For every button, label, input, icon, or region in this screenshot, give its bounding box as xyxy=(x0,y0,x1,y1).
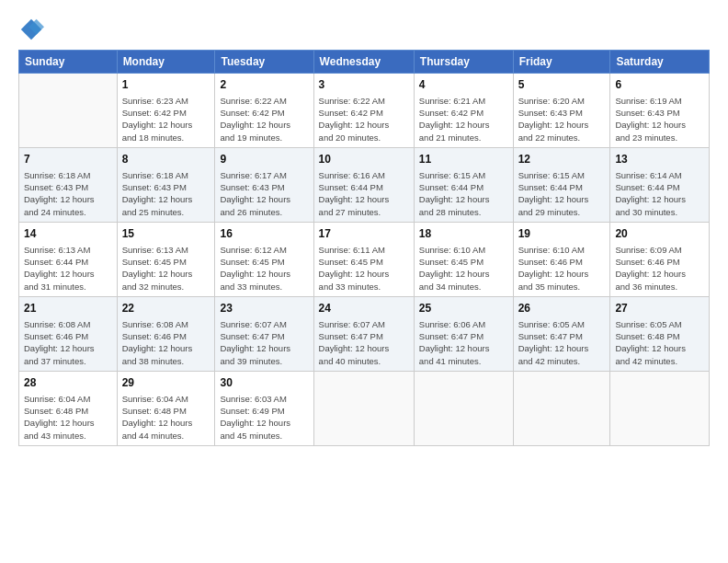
day-number: 28 xyxy=(24,375,112,391)
calendar-cell xyxy=(19,74,118,148)
day-number: 13 xyxy=(615,152,704,167)
day-info: Sunrise: 6:07 AM Sunset: 6:47 PM Dayligh… xyxy=(319,318,409,367)
day-number: 4 xyxy=(419,77,508,93)
day-number: 16 xyxy=(220,226,308,242)
day-number: 1 xyxy=(122,77,210,93)
calendar-cell: 1Sunrise: 6:23 AM Sunset: 6:42 PM Daylig… xyxy=(117,74,215,148)
day-info: Sunrise: 6:11 AM Sunset: 6:45 PM Dayligh… xyxy=(319,244,409,293)
day-number: 17 xyxy=(319,226,409,242)
calendar-table: SundayMondayTuesdayWednesdayThursdayFrid… xyxy=(18,50,710,446)
day-number: 3 xyxy=(319,77,409,93)
day-number: 9 xyxy=(220,152,308,167)
week-row-5: 28Sunrise: 6:04 AM Sunset: 6:48 PM Dayli… xyxy=(19,371,710,445)
day-info: Sunrise: 6:17 AM Sunset: 6:43 PM Dayligh… xyxy=(220,169,308,218)
calendar-cell: 18Sunrise: 6:10 AM Sunset: 6:45 PM Dayli… xyxy=(414,222,513,296)
day-number: 2 xyxy=(220,77,308,93)
day-info: Sunrise: 6:18 AM Sunset: 6:43 PM Dayligh… xyxy=(24,169,112,218)
day-number: 5 xyxy=(518,77,606,93)
calendar-cell xyxy=(313,371,414,445)
day-number: 14 xyxy=(24,226,112,242)
day-number: 26 xyxy=(518,301,606,316)
day-number: 11 xyxy=(419,152,508,167)
calendar-cell: 13Sunrise: 6:14 AM Sunset: 6:44 PM Dayli… xyxy=(610,147,710,222)
day-info: Sunrise: 6:23 AM Sunset: 6:42 PM Dayligh… xyxy=(122,95,210,144)
calendar-cell: 29Sunrise: 6:04 AM Sunset: 6:48 PM Dayli… xyxy=(117,371,215,445)
day-number: 19 xyxy=(518,226,606,242)
day-info: Sunrise: 6:13 AM Sunset: 6:45 PM Dayligh… xyxy=(122,244,210,293)
weekday-wednesday: Wednesday xyxy=(313,51,414,74)
calendar-cell xyxy=(414,371,513,445)
day-number: 30 xyxy=(220,375,308,391)
day-number: 7 xyxy=(24,152,112,167)
day-number: 18 xyxy=(419,226,508,242)
day-info: Sunrise: 6:05 AM Sunset: 6:47 PM Dayligh… xyxy=(518,318,606,367)
calendar-body: 1Sunrise: 6:23 AM Sunset: 6:42 PM Daylig… xyxy=(19,74,710,446)
day-number: 15 xyxy=(122,226,210,242)
week-row-3: 14Sunrise: 6:13 AM Sunset: 6:44 PM Dayli… xyxy=(19,222,710,296)
day-info: Sunrise: 6:12 AM Sunset: 6:45 PM Dayligh… xyxy=(220,244,308,293)
calendar-cell: 16Sunrise: 6:12 AM Sunset: 6:45 PM Dayli… xyxy=(215,222,313,296)
weekday-sunday: Sunday xyxy=(19,51,118,74)
logo-icon xyxy=(18,17,44,42)
day-info: Sunrise: 6:18 AM Sunset: 6:43 PM Dayligh… xyxy=(122,169,210,218)
day-number: 24 xyxy=(319,301,409,316)
day-number: 25 xyxy=(419,301,508,316)
logo xyxy=(18,17,48,42)
calendar-cell xyxy=(610,371,710,445)
weekday-monday: Monday xyxy=(117,51,215,74)
day-info: Sunrise: 6:15 AM Sunset: 6:44 PM Dayligh… xyxy=(518,169,606,218)
day-number: 20 xyxy=(615,226,704,242)
calendar-cell: 9Sunrise: 6:17 AM Sunset: 6:43 PM Daylig… xyxy=(215,147,313,222)
day-info: Sunrise: 6:21 AM Sunset: 6:42 PM Dayligh… xyxy=(419,95,508,144)
day-info: Sunrise: 6:07 AM Sunset: 6:47 PM Dayligh… xyxy=(220,318,308,367)
day-info: Sunrise: 6:05 AM Sunset: 6:48 PM Dayligh… xyxy=(615,318,704,367)
weekday-tuesday: Tuesday xyxy=(215,51,313,74)
header xyxy=(18,17,710,42)
calendar-cell: 5Sunrise: 6:20 AM Sunset: 6:43 PM Daylig… xyxy=(513,74,610,148)
calendar-cell xyxy=(513,371,610,445)
day-info: Sunrise: 6:03 AM Sunset: 6:49 PM Dayligh… xyxy=(220,393,308,442)
calendar-cell: 11Sunrise: 6:15 AM Sunset: 6:44 PM Dayli… xyxy=(414,147,513,222)
day-info: Sunrise: 6:08 AM Sunset: 6:46 PM Dayligh… xyxy=(24,318,112,367)
calendar-header: SundayMondayTuesdayWednesdayThursdayFrid… xyxy=(19,51,710,74)
calendar-cell: 25Sunrise: 6:06 AM Sunset: 6:47 PM Dayli… xyxy=(414,296,513,371)
weekday-friday: Friday xyxy=(513,51,610,74)
calendar-cell: 19Sunrise: 6:10 AM Sunset: 6:46 PM Dayli… xyxy=(513,222,610,296)
day-number: 29 xyxy=(122,375,210,391)
day-info: Sunrise: 6:10 AM Sunset: 6:46 PM Dayligh… xyxy=(518,244,606,293)
calendar-cell: 30Sunrise: 6:03 AM Sunset: 6:49 PM Dayli… xyxy=(215,371,313,445)
day-info: Sunrise: 6:08 AM Sunset: 6:46 PM Dayligh… xyxy=(122,318,210,367)
day-number: 22 xyxy=(122,301,210,316)
calendar-cell: 15Sunrise: 6:13 AM Sunset: 6:45 PM Dayli… xyxy=(117,222,215,296)
day-number: 23 xyxy=(220,301,308,316)
day-number: 10 xyxy=(319,152,409,167)
day-info: Sunrise: 6:19 AM Sunset: 6:43 PM Dayligh… xyxy=(615,95,704,144)
calendar-cell: 17Sunrise: 6:11 AM Sunset: 6:45 PM Dayli… xyxy=(313,222,414,296)
week-row-1: 1Sunrise: 6:23 AM Sunset: 6:42 PM Daylig… xyxy=(19,74,710,148)
calendar-cell: 26Sunrise: 6:05 AM Sunset: 6:47 PM Dayli… xyxy=(513,296,610,371)
calendar-cell: 10Sunrise: 6:16 AM Sunset: 6:44 PM Dayli… xyxy=(313,147,414,222)
day-number: 8 xyxy=(122,152,210,167)
weekday-saturday: Saturday xyxy=(610,51,710,74)
calendar-cell: 7Sunrise: 6:18 AM Sunset: 6:43 PM Daylig… xyxy=(19,147,118,222)
day-number: 12 xyxy=(518,152,606,167)
calendar-cell: 28Sunrise: 6:04 AM Sunset: 6:48 PM Dayli… xyxy=(19,371,118,445)
calendar-cell: 8Sunrise: 6:18 AM Sunset: 6:43 PM Daylig… xyxy=(117,147,215,222)
calendar-cell: 2Sunrise: 6:22 AM Sunset: 6:42 PM Daylig… xyxy=(215,74,313,148)
calendar-cell: 6Sunrise: 6:19 AM Sunset: 6:43 PM Daylig… xyxy=(610,74,710,148)
calendar-cell: 4Sunrise: 6:21 AM Sunset: 6:42 PM Daylig… xyxy=(414,74,513,148)
day-info: Sunrise: 6:22 AM Sunset: 6:42 PM Dayligh… xyxy=(220,95,308,144)
day-info: Sunrise: 6:22 AM Sunset: 6:42 PM Dayligh… xyxy=(319,95,409,144)
week-row-4: 21Sunrise: 6:08 AM Sunset: 6:46 PM Dayli… xyxy=(19,296,710,371)
day-info: Sunrise: 6:15 AM Sunset: 6:44 PM Dayligh… xyxy=(419,169,508,218)
day-info: Sunrise: 6:10 AM Sunset: 6:45 PM Dayligh… xyxy=(419,244,508,293)
day-info: Sunrise: 6:14 AM Sunset: 6:44 PM Dayligh… xyxy=(615,169,704,218)
day-number: 6 xyxy=(615,77,704,93)
day-info: Sunrise: 6:20 AM Sunset: 6:43 PM Dayligh… xyxy=(518,95,606,144)
weekday-header-row: SundayMondayTuesdayWednesdayThursdayFrid… xyxy=(19,51,710,74)
day-info: Sunrise: 6:06 AM Sunset: 6:47 PM Dayligh… xyxy=(419,318,508,367)
calendar-cell: 14Sunrise: 6:13 AM Sunset: 6:44 PM Dayli… xyxy=(19,222,118,296)
calendar-cell: 20Sunrise: 6:09 AM Sunset: 6:46 PM Dayli… xyxy=(610,222,710,296)
calendar-cell: 27Sunrise: 6:05 AM Sunset: 6:48 PM Dayli… xyxy=(610,296,710,371)
calendar-cell: 24Sunrise: 6:07 AM Sunset: 6:47 PM Dayli… xyxy=(313,296,414,371)
